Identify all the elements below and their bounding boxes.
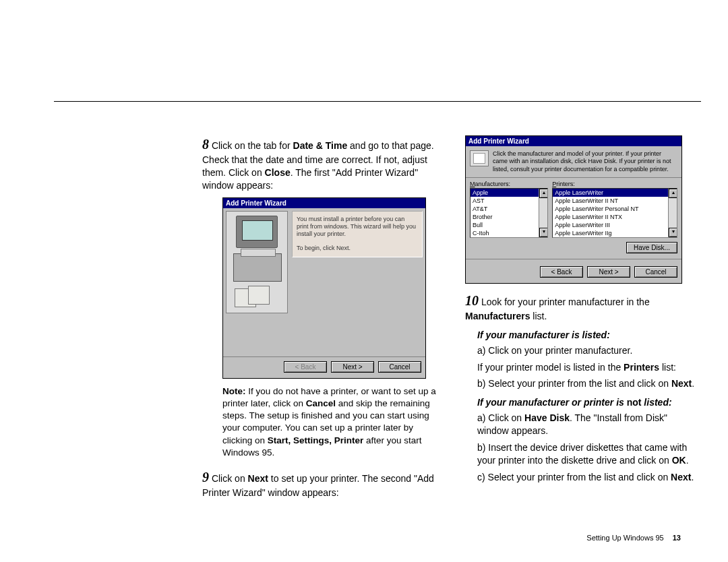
cancel-button[interactable]: Cancel bbox=[378, 361, 421, 373]
nc-a: c) Select your printer from the list and… bbox=[477, 472, 671, 482]
step-10-number: 10 bbox=[465, 293, 479, 308]
list-item[interactable]: C-Itoh bbox=[471, 229, 547, 237]
nb-bold: OK bbox=[672, 455, 686, 466]
note-bold1: Cancel bbox=[306, 398, 336, 408]
step-8-paragraph: 8 Click on the tab for Date & Time and g… bbox=[202, 135, 438, 192]
dialog2-lists: Manufacturers: AppleASTAT&TBrotherBullC-… bbox=[466, 178, 681, 239]
note-bold2: Start, Settings, Printer bbox=[268, 435, 364, 445]
wizard-illustration bbox=[226, 211, 288, 313]
footer-section: Setting Up Windows 95 bbox=[586, 534, 663, 542]
printers-listbox[interactable]: Apple LaserWriterApple LaserWriter II NT… bbox=[552, 188, 677, 238]
dialog1-titlebar: Add Printer Wizard bbox=[223, 198, 425, 208]
step10-a: Look for your printer manufacturer in th… bbox=[479, 296, 650, 307]
listed-b: b) Select your printer from the list and… bbox=[477, 377, 701, 390]
list-item[interactable]: Apple LaserWriter bbox=[553, 189, 677, 197]
heading-if-not-listed: If your manufacturer or printer is not l… bbox=[477, 397, 701, 408]
scrollbar[interactable]: ▴▾ bbox=[539, 189, 547, 237]
step10-b: list. bbox=[530, 311, 547, 321]
b-a: b) Select your printer from the list and… bbox=[477, 378, 671, 389]
list-item[interactable]: Apple LaserWriter Plus bbox=[553, 237, 677, 238]
mid-a: If your printer model is listed in the bbox=[477, 362, 624, 373]
have-disk-button[interactable]: Have Disk... bbox=[626, 242, 677, 253]
b-b: . bbox=[692, 378, 694, 389]
printer-icon bbox=[233, 253, 282, 282]
list-item[interactable]: AT&T bbox=[471, 205, 547, 213]
add-printer-wizard-dialog-1: Add Printer Wizard You must install a pr… bbox=[222, 197, 426, 379]
mid-bold: Printers bbox=[624, 362, 659, 373]
list-item[interactable]: Apple LaserWriter Personal NT bbox=[553, 205, 677, 213]
scroll-up-icon[interactable]: ▴ bbox=[669, 189, 677, 198]
step-9-paragraph: 9 Click on Next to set up your printer. … bbox=[202, 468, 438, 499]
footer-page-number: 13 bbox=[673, 534, 681, 542]
manufacturers-listbox[interactable]: AppleASTAT&TBrotherBullC-ItohCanon▴▾ bbox=[470, 188, 548, 238]
list-item[interactable]: Brother bbox=[471, 213, 547, 221]
dialog1-msg1: You must install a printer before you ca… bbox=[297, 216, 416, 238]
have-disk-row: Have Disk... bbox=[466, 239, 681, 259]
step-10-paragraph: 10 Look for your printer manufacturer in… bbox=[465, 292, 701, 323]
dialog2-buttons: < Back Next > Cancel bbox=[466, 259, 681, 283]
notlisted-c: c) Select your printer from the list and… bbox=[477, 471, 701, 484]
back-button[interactable]: < Back bbox=[284, 361, 327, 373]
step9-a: Click on bbox=[209, 473, 248, 484]
mid-b: list: bbox=[659, 362, 676, 373]
manufacturers-label: Manufacturers: bbox=[470, 181, 548, 187]
listed-mid: If your printer model is listed in the P… bbox=[477, 361, 701, 374]
note-label: Note: bbox=[222, 386, 246, 396]
back-button[interactable]: < Back bbox=[540, 266, 583, 278]
dialog1-spacer bbox=[223, 316, 425, 356]
nb-a: b) Insert the device driver diskettes th… bbox=[477, 442, 687, 466]
list-item[interactable]: Apple LaserWriter II NT bbox=[553, 197, 677, 205]
scroll-down-icon[interactable]: ▾ bbox=[669, 228, 677, 237]
step8-bold1: Date & Time bbox=[293, 140, 348, 151]
manufacturers-column: Manufacturers: AppleASTAT&TBrotherBullC-… bbox=[470, 181, 548, 238]
step8-bold2: Close bbox=[265, 167, 291, 178]
notlisted-a: a) Click on Have Disk. The "Install from… bbox=[477, 412, 701, 437]
hnl-a: If your manufacturer or printer is bbox=[477, 397, 627, 408]
list-item[interactable]: Bull bbox=[471, 221, 547, 229]
scroll-down-icon[interactable]: ▾ bbox=[539, 228, 548, 237]
list-item[interactable]: Apple LaserWriter II NTX bbox=[553, 213, 677, 221]
dialog1-message: You must install a printer before you ca… bbox=[292, 211, 423, 257]
next-button[interactable]: Next > bbox=[331, 361, 374, 373]
next-button[interactable]: Next > bbox=[587, 266, 630, 278]
right-column: Add Printer Wizard Click the manufacture… bbox=[465, 135, 701, 505]
printers-column: Printers: Apple LaserWriterApple LaserWr… bbox=[552, 181, 677, 238]
hnl-b: not bbox=[627, 397, 642, 408]
printer-doc-icon bbox=[470, 150, 489, 166]
step9-bold1: Next bbox=[248, 473, 268, 484]
listed-a: a) Click on your printer manufacturer. bbox=[477, 344, 701, 357]
list-item[interactable]: Apple LaserWriter IIg bbox=[553, 229, 677, 237]
dialog2-titlebar: Add Printer Wizard bbox=[466, 136, 681, 146]
cancel-button[interactable]: Cancel bbox=[634, 266, 677, 278]
na-bold: Have Disk bbox=[524, 412, 570, 423]
left-column: 8 Click on the tab for Date & Time and g… bbox=[202, 135, 438, 505]
notlisted-b: b) Insert the device driver diskettes th… bbox=[477, 441, 701, 467]
nc-b: . bbox=[691, 472, 694, 482]
dialog1-body: You must install a printer before you ca… bbox=[223, 208, 425, 316]
note-paragraph: Note: If you do not have a printer, or w… bbox=[222, 385, 438, 459]
step8-a: Click on the tab for bbox=[209, 140, 293, 151]
page-content: 8 Click on the tab for Date & Time and g… bbox=[54, 101, 701, 505]
dialog1-msg2: To begin, click Next. bbox=[297, 245, 418, 252]
list-item[interactable]: Apple LaserWriter III bbox=[553, 221, 677, 229]
two-column-layout: 8 Click on the tab for Date & Time and g… bbox=[54, 135, 701, 505]
mfr-label-rest: anufacturers: bbox=[475, 181, 511, 187]
list-item[interactable]: Apple bbox=[471, 189, 547, 197]
step-9-number: 9 bbox=[202, 470, 209, 485]
heading-if-listed: If your manufacturer is listed: bbox=[477, 330, 701, 340]
list-item[interactable]: AST bbox=[471, 197, 547, 205]
dialog2-instruction: Click the manufacturer and model of your… bbox=[493, 150, 677, 173]
nb-b: . bbox=[686, 455, 689, 466]
step-8-number: 8 bbox=[202, 137, 209, 152]
b-bold: Next bbox=[671, 378, 692, 389]
scrollbar[interactable]: ▴▾ bbox=[668, 189, 677, 237]
na-a: a) Click on bbox=[477, 412, 524, 423]
dialog1-buttons: < Back Next > Cancel bbox=[223, 356, 425, 378]
add-printer-wizard-dialog-2: Add Printer Wizard Click the manufacture… bbox=[465, 135, 682, 284]
scroll-up-icon[interactable]: ▴ bbox=[539, 189, 548, 198]
nc-bold: Next bbox=[671, 472, 691, 482]
prn-label-rest: rinters: bbox=[556, 181, 575, 187]
dialog2-instruction-row: Click the manufacturer and model of your… bbox=[466, 146, 681, 178]
monitor-icon bbox=[236, 216, 278, 248]
list-item[interactable]: Canon bbox=[471, 237, 547, 238]
